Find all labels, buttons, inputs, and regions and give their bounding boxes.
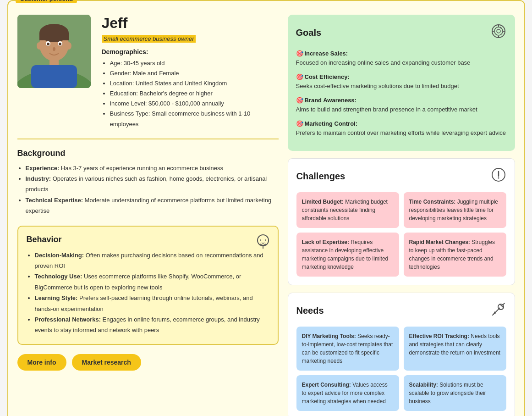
avatar	[17, 15, 91, 88]
svg-point-15	[258, 235, 269, 246]
demographic-item: Age: 30-45 years old	[110, 58, 279, 68]
behavior-item: Technology Use: Uses ecommerce platforms…	[35, 271, 269, 293]
needs-header: Needs	[296, 301, 506, 320]
background-item: Industry: Operates in various niches suc…	[26, 173, 279, 195]
profile-name: Jeff	[102, 15, 279, 32]
needs-title: Needs	[296, 305, 324, 316]
profile-info: Jeff Small ecommerce business owner Demo…	[102, 15, 279, 129]
challenges-title: Challenges	[296, 171, 346, 182]
svg-rect-4	[39, 33, 69, 40]
challenges-header: Challenges	[296, 167, 506, 186]
demographics-list: Age: 30-45 years oldGender: Male and Fem…	[102, 58, 279, 129]
need-card: Effective ROI Tracking: Needs tools and …	[404, 327, 506, 371]
card-tag: Customer persona	[16, 0, 77, 3]
challenge-card: Lack of Expertise: Requires assistance i…	[296, 233, 399, 277]
demographic-item: Gender: Male and Female	[110, 68, 279, 78]
background-item: Technical Expertise: Moderate understand…	[26, 195, 279, 216]
need-card: Scalability: Solutions must be scalable …	[404, 375, 506, 411]
demographic-item: Education: Bachelor's degree or higher	[110, 89, 279, 99]
behavior-item: Learning Style: Prefers self-paced learn…	[35, 293, 269, 314]
persona-card: Customer persona	[7, 0, 525, 416]
svg-point-9	[47, 43, 49, 45]
need-card: Expert Consulting: Values access to expe…	[296, 375, 399, 411]
challenge-card: Rapid Market Changes: Struggles to keep …	[404, 233, 506, 277]
right-column: Goals	[288, 15, 515, 416]
challenges-icon	[491, 167, 506, 186]
goals-title: Goals	[296, 28, 322, 38]
goal-item: 🎯Increase Sales:Focused on increasing on…	[296, 49, 507, 67]
challenge-card: Time Constraints: Juggling multiple resp…	[404, 192, 506, 228]
svg-point-19	[492, 25, 505, 38]
needs-grid: DIY Marketing Tools: Seeks ready-to-impl…	[296, 327, 506, 411]
svg-point-28	[498, 177, 499, 179]
demographic-item: Location: United States and United Kingd…	[110, 78, 279, 89]
challenge-card: Limited Budget: Marketing budget constra…	[296, 192, 399, 228]
needs-icon	[491, 301, 506, 320]
needs-card: Needs DIY Marketing T	[288, 293, 515, 416]
goal-item: 🎯Marketing Control:Prefers to maintain c…	[296, 119, 507, 137]
need-card: DIY Marketing Tools: Seeks ready-to-impl…	[296, 327, 399, 371]
goal-item: 🎯Cost Efficiency:Seeks cost-effective ma…	[296, 72, 507, 90]
behavior-box: Behavior Decision-Making: Often makes pu…	[17, 226, 279, 345]
goals-icon	[490, 23, 507, 43]
market-research-button[interactable]: Market research	[72, 354, 141, 371]
profile-section: Jeff Small ecommerce business owner Demo…	[17, 15, 279, 139]
goals-card: Goals	[288, 15, 515, 151]
demographic-item: Business Type: Small ecommerce business …	[110, 109, 279, 129]
demographics-title: Demographics:	[102, 48, 279, 55]
behavior-icon	[255, 233, 271, 253]
profile-role: Small ecommerce business owner	[102, 35, 196, 43]
svg-point-21	[497, 29, 500, 33]
background-list: Experience: Has 3-7 years of experience …	[17, 163, 279, 216]
more-info-button[interactable]: More info	[17, 354, 66, 371]
demographic-item: Income Level: $50,000 - $100,000 annuall…	[110, 99, 279, 109]
main-grid: Jeff Small ecommerce business owner Demo…	[17, 15, 515, 416]
behavior-title: Behavior	[27, 235, 269, 244]
svg-point-11	[53, 47, 55, 51]
svg-point-5	[37, 42, 42, 50]
behavior-item: Professional Networks: Engages in online…	[35, 314, 269, 336]
buttons-row: More info Market research	[17, 354, 279, 371]
goal-item: 🎯Brand Awareness:Aims to build and stren…	[296, 96, 507, 114]
svg-point-6	[66, 42, 71, 50]
left-column: Jeff Small ecommerce business owner Demo…	[17, 15, 279, 416]
behavior-list: Decision-Making: Often makes purchasing …	[27, 250, 269, 336]
background-title: Background	[17, 149, 279, 158]
challenges-card: Challenges Limited Budget: Marketing bud…	[288, 158, 515, 285]
svg-rect-14	[31, 65, 77, 88]
background-section: Background Experience: Has 3-7 years of …	[17, 149, 279, 216]
svg-rect-12	[49, 59, 59, 66]
background-item: Experience: Has 3-7 years of experience …	[26, 163, 279, 173]
goals-header: Goals	[296, 23, 507, 43]
svg-point-10	[59, 43, 61, 45]
svg-line-32	[493, 313, 494, 315]
challenges-grid: Limited Budget: Marketing budget constra…	[296, 192, 506, 277]
behavior-item: Decision-Making: Often makes purchasing …	[35, 250, 269, 272]
goals-items: 🎯Increase Sales:Focused on increasing on…	[296, 49, 507, 137]
svg-line-31	[503, 303, 505, 305]
